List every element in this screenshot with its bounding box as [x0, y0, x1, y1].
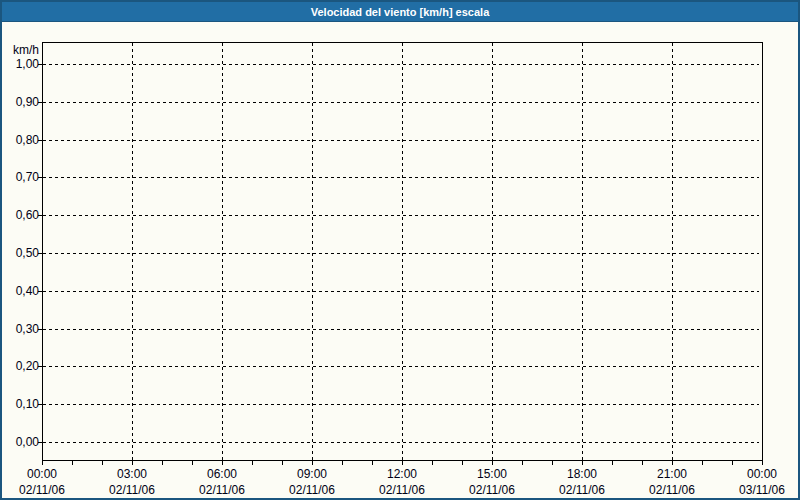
x-tick-time: 06:00	[191, 467, 253, 481]
y-tick-label: 1,00	[2, 57, 39, 71]
x-tick-date: 02/11/06	[11, 483, 73, 497]
chart-title-bar: Velocidad del viento [km/h] escala	[2, 2, 798, 22]
y-tick-label: 0,80	[2, 133, 39, 147]
x-tick-time: 00:00	[731, 467, 793, 481]
chart-title: Velocidad del viento [km/h] escala	[311, 6, 490, 18]
y-tick-label: 0,20	[2, 359, 39, 373]
x-tick-time: 12:00	[371, 467, 433, 481]
y-tick-label: 0,90	[2, 95, 39, 109]
x-tick-time: 09:00	[281, 467, 343, 481]
x-tick-time: 03:00	[101, 467, 163, 481]
y-tick-label: 0,00	[2, 435, 39, 449]
y-tick-label: 0,60	[2, 208, 39, 222]
x-tick-date: 02/11/06	[281, 483, 343, 497]
x-tick-time: 15:00	[461, 467, 523, 481]
x-tick-date: 03/11/06	[731, 483, 793, 497]
x-tick-time: 00:00	[11, 467, 73, 481]
x-tick-date: 02/11/06	[551, 483, 613, 497]
y-tick-label: 0,70	[2, 170, 39, 184]
y-tick-label: 0,30	[2, 322, 39, 336]
y-axis-unit-label: km/h	[2, 43, 39, 57]
y-tick-label: 0,50	[2, 246, 39, 260]
x-tick-date: 02/11/06	[191, 483, 253, 497]
y-tick-label: 0,10	[2, 397, 39, 411]
x-tick-time: 18:00	[551, 467, 613, 481]
x-tick-date: 02/11/06	[371, 483, 433, 497]
y-tick-label: 0,40	[2, 284, 39, 298]
chart-area: km/h 1,000,900,800,700,600,500,400,300,2…	[2, 23, 798, 498]
chart-window: Velocidad del viento [km/h] escala km/h …	[0, 0, 800, 500]
x-tick-date: 02/11/06	[101, 483, 163, 497]
x-tick-date: 02/11/06	[641, 483, 703, 497]
x-tick-date: 02/11/06	[461, 483, 523, 497]
x-tick-time: 21:00	[641, 467, 703, 481]
plot-grid	[2, 23, 800, 500]
